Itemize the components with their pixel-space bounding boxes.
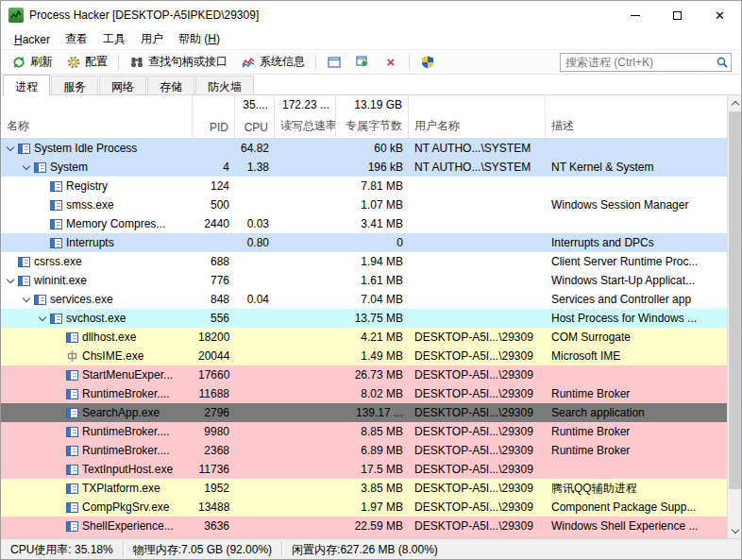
process-private-bytes: 17.5 MB (336, 460, 409, 479)
process-name: RuntimeBroker.... (82, 425, 170, 438)
process-user: DESKTOP-A5I...\29309 (409, 365, 546, 384)
process-pid: 9980 (193, 422, 235, 441)
search-input[interactable] (560, 53, 732, 72)
process-name: Memory Compres... (66, 217, 165, 230)
expander-chevron-icon[interactable] (7, 143, 14, 150)
table-row-smss.exe[interactable]: smss.exe5001.07 MBWindows Session Manage… (1, 195, 727, 214)
menu-item-[interactable]: 用户 (133, 28, 171, 50)
process-io-rate (275, 195, 336, 214)
process-pid: 4 (193, 158, 235, 177)
process-cpu (235, 309, 275, 328)
table-row-TextInputHost.exe[interactable]: TextInputHost.exe1173617.5 MBDESKTOP-A5I… (1, 460, 727, 479)
close-button[interactable]: ✕ (699, 1, 741, 29)
red-x-icon: × (383, 55, 398, 70)
system-info-button[interactable]: 系统信息 (234, 50, 312, 74)
process-user (409, 290, 546, 309)
table-row-RuntimeBroker....[interactable]: RuntimeBroker....99808.85 MBDESKTOP-A5I.… (1, 422, 727, 441)
process-name: dllhost.exe (82, 331, 136, 344)
options-button[interactable]: 配置 (59, 50, 114, 74)
menu-item-[interactable]: 查看 (58, 28, 95, 50)
elevate-button[interactable] (413, 51, 442, 74)
process-cpu (235, 479, 275, 498)
table-row-Memory Compres...[interactable]: Memory Compres...24400.033.41 MB (1, 214, 727, 233)
table-row-wininit.exe[interactable]: wininit.exe7761.61 MBWindows Start-Up Ap… (1, 271, 727, 290)
table-row-ShellExperience...[interactable]: ShellExperience...363622.59 MBDESKTOP-A5… (1, 517, 727, 535)
maximize-button[interactable] (656, 1, 699, 29)
open-window-button[interactable] (348, 51, 377, 74)
menu-item-h[interactable]: 帮助 (H) (171, 28, 228, 50)
process-description: Component Package Supp... (546, 498, 727, 517)
process-user: DESKTOP-A5I...\29309 (409, 347, 546, 365)
table-row-TXPlatform.exe[interactable]: TXPlatform.exe19523.85 MBDESKTOP-A5I...\… (1, 479, 727, 498)
column-header-private-bytes[interactable]: 13.19 GB专属字节数 (336, 95, 409, 138)
process-name: wininit.exe (34, 274, 87, 287)
table-row-dllhost.exe[interactable]: dllhost.exe182004.21 MBDESKTOP-A5I...\29… (1, 328, 727, 347)
process-description: Services and Controller app (546, 290, 727, 309)
process-io-rate (275, 158, 336, 177)
column-header-user[interactable]: 用户名称 (409, 95, 546, 138)
table-row-RuntimeBroker....[interactable]: RuntimeBroker....23686.89 MBDESKTOP-A5I.… (1, 441, 727, 460)
find-handles-button[interactable]: 查找句柄或接口 (123, 50, 234, 74)
table-row-Interrupts[interactable]: Interrupts0.800Interrupts and DPCs (1, 233, 727, 252)
table-row-csrss.exe[interactable]: csrss.exe6881.94 MBClient Server Runtime… (1, 252, 727, 271)
process-name: CompPkgSrv.exe (82, 501, 169, 514)
scrollbar-thumb[interactable] (729, 111, 741, 489)
process-private-bytes: 8.02 MB (336, 384, 409, 403)
process-io-rate (275, 233, 336, 252)
table-row-svchost.exe[interactable]: svchost.exe55613.75 MBHost Process for W… (1, 309, 727, 328)
process-description: 腾讯QQ辅助进程 (546, 479, 727, 498)
search-icon[interactable] (716, 56, 729, 73)
table-row-ChsIME.exe[interactable]: ChsIME.exe200441.49 MBDESKTOP-A5I...\293… (1, 347, 727, 365)
process-pid: 688 (193, 252, 235, 271)
process-name: csrss.exe (34, 255, 82, 268)
terminate-button[interactable]: × (377, 51, 405, 74)
status-physical-memory[interactable]: 物理内存:7.05 GB (92.00%) (124, 542, 281, 557)
table-row-RuntimeBroker....[interactable]: RuntimeBroker....116888.02 MBDESKTOP-A5I… (1, 384, 727, 403)
process-icon (66, 408, 78, 418)
process-name: TXPlatform.exe (82, 482, 160, 495)
tab-服务[interactable]: 服务 (51, 76, 98, 94)
table-row-StartMenuExper...[interactable]: StartMenuExper...1766026.73 MBDESKTOP-A5… (1, 365, 727, 384)
table-row-System[interactable]: System41.38196 kBNT AUTHO...\SYSTEMNT Ke… (1, 158, 727, 177)
table-row-System Idle Process[interactable]: System Idle Process64.8260 kBNT AUTHO...… (1, 139, 727, 158)
vertical-scrollbar[interactable] (727, 95, 741, 538)
column-header-name[interactable]: 名称 (1, 95, 193, 138)
process-user: DESKTOP-A5I...\29309 (409, 498, 546, 517)
table-header: 名称 PID 35....CPU 172.23 ...读写总速率 13.19 G… (1, 95, 727, 139)
expander-chevron-icon[interactable] (39, 313, 46, 320)
tab-进程[interactable]: 进程 (3, 75, 50, 95)
column-header-pid[interactable]: PID (193, 95, 235, 138)
status-cpu-usage[interactable]: CPU使用率: 35.18% (1, 542, 123, 557)
scroll-up-button[interactable] (728, 95, 742, 110)
process-name: System Idle Process (34, 142, 137, 155)
column-header-description[interactable]: 描述 (546, 95, 727, 138)
tab-防火墙[interactable]: 防火墙 (195, 76, 254, 94)
table-row-CompPkgSrv.exe[interactable]: CompPkgSrv.exe134881.97 MBDESKTOP-A5I...… (1, 498, 727, 517)
always-on-top-button[interactable] (320, 51, 348, 74)
tab-网络[interactable]: 网络 (99, 76, 146, 94)
table-row-SearchApp.exe[interactable]: SearchApp.exe2796139.17 ...DESKTOP-A5I..… (1, 403, 727, 422)
process-pid: 11736 (193, 460, 235, 479)
process-description: NT Kernel & System (546, 158, 727, 177)
table-row-Registry[interactable]: Registry1247.81 MB (1, 177, 727, 195)
expander-chevron-icon[interactable] (23, 294, 30, 301)
menu-item-hacker[interactable]: Hacker (7, 30, 58, 49)
table-row-services.exe[interactable]: services.exe8480.047.04 MBServices and C… (1, 290, 727, 309)
menu-item-[interactable]: 工具 (95, 28, 133, 50)
column-header-io[interactable]: 172.23 ...读写总速率 (275, 95, 336, 138)
process-pid: 776 (193, 271, 235, 290)
process-name: SearchApp.exe (82, 406, 160, 419)
scroll-down-button[interactable] (728, 523, 742, 538)
refresh-button[interactable]: 刷新 (5, 50, 59, 74)
expander-chevron-icon[interactable] (23, 161, 30, 169)
process-name: smss.exe (66, 198, 114, 212)
status-free-memory[interactable]: 闲置内存:627.26 MB (8.00%) (282, 542, 447, 557)
refresh-label: 刷新 (30, 54, 53, 70)
process-pid: 500 (193, 195, 235, 214)
tab-存储[interactable]: 存储 (147, 76, 194, 94)
process-icon (66, 484, 78, 494)
column-header-cpu[interactable]: 35....CPU (235, 95, 275, 138)
process-private-bytes: 13.75 MB (336, 309, 409, 328)
minimize-button[interactable] (614, 1, 656, 29)
expander-chevron-icon[interactable] (7, 275, 14, 282)
